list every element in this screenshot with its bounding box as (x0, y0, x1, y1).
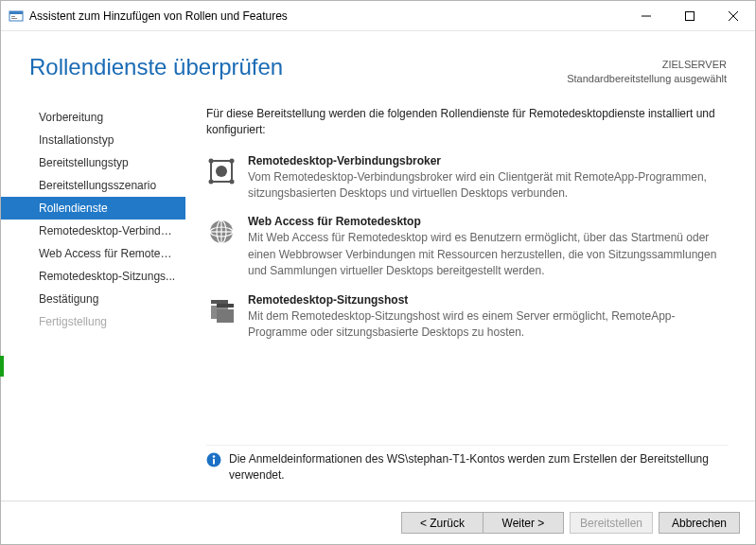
footer: < Zurück Weiter > Bereitstellen Abbreche… (1, 501, 755, 544)
intro-text: Für diese Bereitstellung werden die folg… (206, 106, 729, 139)
svg-point-24 (213, 456, 216, 459)
target-label: ZIELSERVER (567, 58, 727, 72)
svg-rect-5 (686, 11, 694, 20)
svg-rect-25 (213, 459, 215, 465)
sidebar-item-role-services[interactable]: Rollendienste (1, 197, 185, 220)
deploy-button: Bereitstellen (570, 512, 653, 534)
content: Für diese Bereitstellung werden die folg… (185, 95, 755, 501)
sidebar-item-completion: Fertigstellung (1, 310, 185, 333)
info-note: Die Anmeldeinformationen des WS\stephan-… (206, 445, 729, 493)
wizard-window: Assistent zum Hinzufügen von Rollen und … (0, 0, 756, 545)
role-title: Remotedesktop-Verbindungsbroker (248, 154, 729, 167)
app-icon (9, 9, 24, 24)
target-value: Standardbereitstellung ausgewählt (567, 72, 727, 86)
page-title: Rollendienste überprüfen (29, 54, 567, 80)
minimize-button[interactable] (624, 1, 668, 30)
svg-point-9 (216, 166, 227, 177)
svg-rect-22 (217, 309, 234, 323)
sidebar-item-confirmation[interactable]: Bestätigung (1, 288, 185, 310)
svg-rect-21 (217, 304, 234, 308)
next-button[interactable]: Weiter > (483, 512, 564, 534)
close-button[interactable] (712, 1, 755, 30)
cancel-button[interactable]: Abbrechen (659, 512, 740, 534)
role-title: Web Access für Remotedesktop (248, 215, 729, 228)
role-desc: Vom Remotedesktop-Verbindungsbroker wird… (248, 169, 729, 202)
role-desc: Mit dem Remotedesktop-Sitzungshost wird … (248, 308, 729, 342)
svg-point-13 (230, 179, 235, 184)
back-button[interactable]: < Zurück (401, 512, 483, 534)
titlebar[interactable]: Assistent zum Hinzufügen von Rollen und … (1, 1, 755, 31)
sidebar-item-connection-broker[interactable]: Remotedesktop-Verbindu... (1, 220, 185, 242)
sidebar-item-preparation[interactable]: Vorbereitung (1, 106, 185, 129)
left-accent-marker (0, 356, 4, 377)
role-web-access: Web Access für Remotedesktop Mit Web Acc… (206, 215, 729, 279)
svg-point-11 (230, 158, 235, 163)
svg-rect-19 (211, 300, 228, 304)
header: Rollendienste überprüfen ZIELSERVER Stan… (1, 31, 755, 95)
info-text: Die Anmeldeinformationen des WS\stephan-… (229, 451, 729, 483)
svg-rect-1 (9, 11, 23, 14)
svg-point-12 (209, 179, 214, 184)
maximize-button[interactable] (668, 1, 712, 30)
svg-rect-3 (11, 18, 17, 19)
sidebar-item-session-host[interactable]: Remotedesktop-Sitzungs... (1, 265, 185, 288)
sidebar-item-deploy-type[interactable]: Bereitstellungstyp (1, 151, 185, 174)
sidebar: Vorbereitung Installationstyp Bereitstel… (1, 95, 185, 501)
sidebar-item-deploy-scenario[interactable]: Bereitstellungsszenario (1, 174, 185, 197)
sidebar-item-web-access[interactable]: Web Access für Remoted... (1, 242, 185, 265)
connection-broker-icon (206, 156, 237, 186)
svg-rect-2 (11, 16, 15, 17)
role-desc: Mit Web Access für Remotedesktop wird es… (248, 230, 729, 279)
svg-point-10 (209, 158, 214, 163)
session-host-icon (206, 295, 237, 325)
target-server-info: ZIELSERVER Standardbereitstellung ausgew… (567, 54, 727, 87)
web-access-icon (206, 217, 237, 247)
role-connection-broker: Remotedesktop-Verbindungsbroker Vom Remo… (206, 154, 729, 202)
body: Vorbereitung Installationstyp Bereitstel… (1, 95, 755, 501)
role-session-host: Remotedesktop-Sitzungshost Mit dem Remot… (206, 293, 729, 342)
sidebar-item-install-type[interactable]: Installationstyp (1, 129, 185, 151)
window-title: Assistent zum Hinzufügen von Rollen und … (29, 9, 624, 23)
role-title: Remotedesktop-Sitzungshost (248, 293, 729, 307)
info-icon (206, 452, 221, 467)
window-controls (624, 1, 755, 30)
